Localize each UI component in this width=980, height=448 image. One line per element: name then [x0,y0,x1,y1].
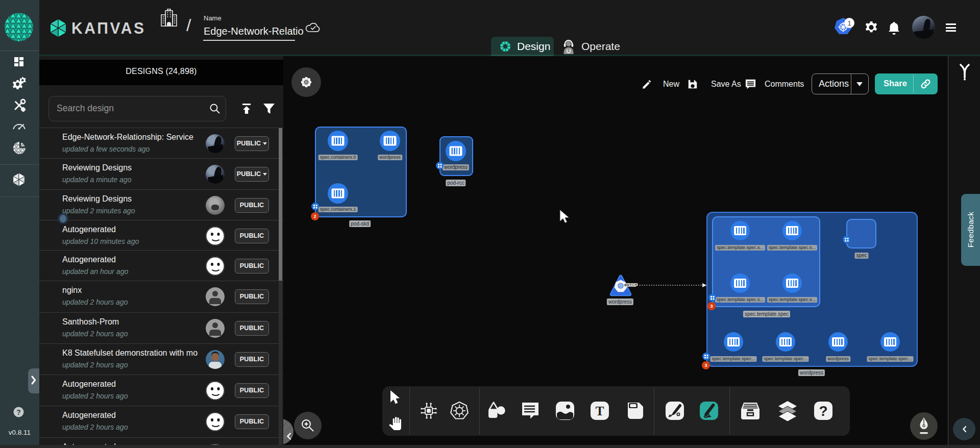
svg-text:?: ? [16,408,21,416]
svg-text:T: T [596,404,604,418]
svg-text:1: 1 [847,19,851,27]
svg-text:?: ? [819,403,827,419]
